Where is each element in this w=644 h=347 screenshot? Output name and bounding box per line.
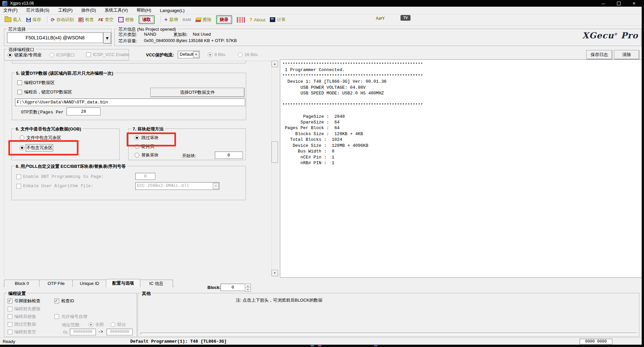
scroll-down-icon[interactable]: ▼ [272, 270, 278, 276]
menu-file[interactable]: 文件(F) [3, 7, 18, 13]
minimize-button[interactable]: — [596, 0, 611, 7]
address-to-input[interactable]: 00000000 [107, 329, 133, 335]
adapter-ay-icon[interactable]: A⇄Y [376, 16, 385, 21]
hard-copy-radio[interactable]: 硬拷贝 [135, 143, 154, 149]
tab-block0[interactable]: Block 0 [4, 280, 40, 287]
xgecu-pro-logo: XGecu® Pro [582, 31, 638, 40]
auto-detect-icon: ⟳ [51, 17, 55, 22]
save-log-button[interactable]: 保存日志 [586, 50, 612, 59]
load-button[interactable]: 载入 [5, 17, 22, 23]
status-ready: Ready [3, 339, 15, 344]
erase-button[interactable]: 擦除 [196, 17, 211, 23]
device-log-text: ****************************************… [280, 60, 642, 167]
pin-contact-check-checkbox[interactable]: 引脚接触检查 [8, 298, 40, 304]
burn-button[interactable]: 烧录 [216, 15, 232, 24]
block-number-input[interactable]: 0 [220, 284, 245, 291]
checkbox-icon [8, 314, 12, 319]
settings-scrollbar[interactable]: ▲ ▼ [271, 61, 277, 276]
clear-log-button[interactable]: 清除 [614, 50, 639, 59]
save-button[interactable]: 保存 [26, 17, 41, 23]
icsp-interface-radio[interactable]: ICSP接口 [49, 52, 75, 58]
menu-system-tools[interactable]: 系统工具(V) [105, 7, 128, 13]
menu-language[interactable]: Language(L) [160, 8, 185, 13]
program-otp-checkbox[interactable]: 编程OTP数据区 [17, 80, 55, 86]
erase-before-program-checkbox[interactable]: 编程前先擦除 [8, 306, 40, 312]
block-spin-down-icon[interactable]: ▼ [245, 287, 251, 292]
read-button[interactable]: 读取 [139, 15, 155, 24]
plus-icon: + [164, 17, 168, 22]
tab-ic-info[interactable]: IC 信息 [140, 280, 173, 287]
id-icon: ID [78, 18, 84, 22]
enable-user-algorithm-checkbox[interactable]: Enbale User Algorithm file: [16, 184, 94, 189]
skip-bad-block-radio[interactable]: 跳过坏块 [135, 135, 159, 141]
otp-pages-input[interactable]: 28 [66, 107, 101, 115]
socket-interface-radio[interactable]: 锁紧座/专用座 [8, 52, 42, 58]
without-oob-radio[interactable]: 不包含冗余区 [20, 145, 52, 151]
floppy-icon [26, 18, 31, 22]
lock-otp-checkbox[interactable]: 编程后，锁定OTP数据区 [17, 89, 72, 95]
with-oob-radio[interactable]: 文件中包含冗余区 [20, 135, 61, 141]
serial-increment-checkbox[interactable]: 允许编号自增 [54, 314, 87, 320]
verify-chip-icon [118, 17, 124, 22]
check-id-button[interactable]: ID检查 [78, 17, 94, 23]
device-log-panel[interactable]: ****************************************… [280, 59, 642, 278]
calculator-button[interactable]: 计算 [270, 17, 286, 23]
programming-interface-group: 选择编程接口 锁紧座/专用座 ICSP接口 ICSP_VCC Enable [4, 49, 129, 60]
otp-file-path-input[interactable]: F:\Xgpro\UserData\NAND\OTP_data.bin [15, 98, 245, 106]
radio-icon [49, 53, 54, 57]
blank-check-button[interactable]: FE查空 [99, 17, 114, 23]
add-button[interactable]: +新增 [164, 17, 178, 23]
blank-check-before-program-checkbox[interactable]: 编程前查空 [8, 329, 36, 335]
icsp-vcc-enable-checkbox[interactable]: ICSP_VCC Enable [86, 52, 129, 57]
window-title: Xgpro v13.06 [10, 1, 34, 6]
progress-bar [141, 333, 637, 335]
user-dll-group: 8. 用户DLL自定义设置 ECC/BBT坏块表/替换表/序列号等 Enable… [11, 166, 246, 200]
about-button[interactable]: ?About [250, 17, 266, 22]
start-block-input[interactable]: 0 [215, 151, 243, 159]
scrollbar-thumb[interactable] [272, 141, 278, 163]
address-all-radio[interactable]: 全部 [89, 322, 104, 328]
algorithm-file-select[interactable]: ECC-256Bx2-SMALL.dll ▼ [135, 182, 219, 190]
toolbar-separator [161, 16, 161, 23]
close-button[interactable]: ✕ [626, 0, 642, 7]
socket-button[interactable] [237, 17, 245, 23]
checkbox-icon [16, 175, 21, 179]
toolbar-separator [47, 16, 47, 23]
menu-project[interactable]: 工程(P) [58, 7, 72, 13]
tab-otp-file[interactable]: OTP File [39, 280, 73, 287]
tab-config-options[interactable]: 配置与选项 [106, 279, 140, 287]
bits16-radio[interactable]: 16 Bits [238, 52, 258, 57]
checksum-value: Not Used [193, 32, 211, 37]
verify-after-program-checkbox[interactable]: 编程后校验 [8, 314, 36, 320]
bits8-radio[interactable]: 8 Bits [208, 52, 225, 57]
tv-icon[interactable]: TV [400, 15, 411, 21]
chip-select-dropdown-button[interactable]: ▼ [103, 32, 111, 44]
radio-icon [89, 322, 93, 327]
address-part-radio[interactable]: 部分 [111, 322, 126, 328]
choose-otp-file-button[interactable]: 选择OTP数据文件 [150, 88, 245, 97]
menu-chip-select[interactable]: 芯片选择(S) [26, 7, 49, 13]
maximize-button[interactable] [611, 0, 626, 7]
chip-select-legend: 芯片选择 [7, 26, 27, 32]
skip-blank-checkbox[interactable]: 跳过空数据 [8, 321, 36, 327]
bbt-page-input[interactable]: 0 [135, 173, 155, 180]
chip-select-value[interactable]: F50L1G41LB(x4) @WSON8 [7, 32, 103, 43]
replace-bad-block-radio[interactable]: 替换坏块 [135, 152, 159, 158]
capacity-label: 芯片容量: [119, 38, 137, 44]
vcc-current-select[interactable]: Default ▼ [178, 51, 200, 58]
verify-button[interactable]: 校验 [118, 17, 134, 23]
scroll-up-icon[interactable]: ▲ [272, 61, 278, 67]
toolbar: 载入 保存 ⟳自动识别 ID检查 FE查空 校验 读取 +新增 RAM 擦除 烧… [0, 14, 642, 26]
menu-operation[interactable]: 操作(D) [81, 7, 96, 13]
checkbox-icon [8, 307, 12, 311]
address-from-input[interactable]: 00000000 [70, 329, 96, 335]
chevron-down-icon: ▼ [193, 51, 199, 58]
tab-unique-id[interactable]: Unique ID [72, 280, 107, 287]
xgpro-window: Xgpro v13.06 — ✕ 文件(F) 芯片选择(S) 工程(P) 操作(… [0, 0, 642, 345]
radio-icon [238, 52, 243, 57]
auto-detect-button[interactable]: ⟳自动识别 [51, 17, 74, 23]
enable-bbt-checkbox[interactable]: Enable BBT Programming to Page: [16, 174, 104, 179]
ram-button[interactable]: RAM [183, 18, 191, 22]
menu-help[interactable]: 帮助(H) [137, 7, 151, 13]
check-id-checkbox[interactable]: 检查ID [54, 298, 74, 304]
